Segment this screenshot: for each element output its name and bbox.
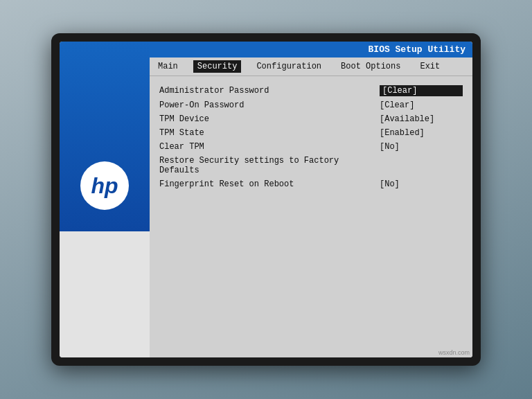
table-row[interactable]: Restore Security settings to Factory Def… — [158, 154, 464, 177]
table-row[interactable]: Administrator Password [Clear] — [158, 83, 464, 98]
monitor-screen: hp BIOS Setup Utility Main Security Conf… — [60, 42, 472, 357]
row-label-tpm-device: TPM Device — [159, 114, 380, 124]
table-row[interactable]: TPM Device [Available] — [158, 112, 464, 126]
row-value-admin-password: [Clear] — [380, 85, 463, 96]
row-value-clear-tpm: [No] — [380, 142, 463, 152]
row-label-restore-security: Restore Security settings to Factory Def… — [159, 156, 380, 175]
row-label-power-on-password: Power-On Password — [159, 100, 380, 110]
row-label-fingerprint-reset: Fingerprint Reset on Reboot — [159, 179, 380, 189]
table-row[interactable]: Clear TPM [No] — [158, 140, 464, 154]
bios-title: BIOS Setup Utility — [369, 44, 466, 55]
menu-exit[interactable]: Exit — [416, 60, 444, 73]
row-label-tpm-state: TPM State — [159, 128, 380, 138]
monitor: hp BIOS Setup Utility Main Security Conf… — [51, 33, 481, 366]
menu-boot-options[interactable]: Boot Options — [337, 60, 405, 73]
menu-main[interactable]: Main — [154, 60, 182, 73]
hp-logo-text: hp — [91, 173, 118, 199]
hp-logo-circle: hp — [80, 161, 129, 210]
row-value-tpm-device: [Available] — [380, 114, 463, 124]
menu-security[interactable]: Security — [193, 60, 242, 73]
table-row[interactable]: Power-On Password [Clear] — [158, 98, 464, 112]
bios-content: Administrator Password [Clear] Power-On … — [150, 76, 472, 357]
table-row[interactable]: Fingerprint Reset on Reboot [No] — [158, 177, 464, 191]
menu-configuration[interactable]: Configuration — [252, 60, 326, 73]
row-label-clear-tpm: Clear TPM — [159, 142, 380, 152]
watermark: wsxdn.com — [438, 349, 470, 356]
table-row[interactable]: TPM State [Enabled] — [158, 126, 464, 140]
row-label-admin-password: Administrator Password — [159, 86, 380, 96]
bios-title-bar: BIOS Setup Utility — [150, 42, 472, 57]
row-value-power-on-password: [Clear] — [380, 100, 463, 110]
bios-menu-bar: Main Security Configuration Boot Options… — [150, 57, 472, 76]
bios-area: BIOS Setup Utility Main Security Configu… — [150, 42, 472, 357]
row-value-tpm-state: [Enabled] — [380, 128, 463, 138]
row-value-fingerprint-reset: [No] — [380, 179, 463, 189]
hp-logo-panel: hp — [60, 42, 150, 357]
